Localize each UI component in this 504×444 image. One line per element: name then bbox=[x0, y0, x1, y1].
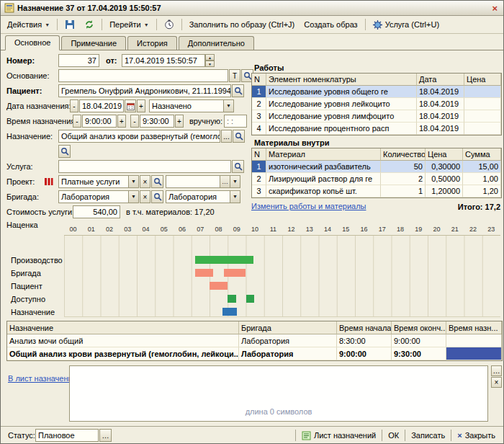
cell[interactable]: 2 bbox=[252, 173, 266, 185]
gantt-bar[interactable] bbox=[195, 269, 213, 277]
cell[interactable]: 18.04.2019 bbox=[417, 98, 464, 110]
gantt-bar[interactable] bbox=[222, 308, 237, 316]
project-clear-button[interactable]: × bbox=[140, 175, 150, 188]
column-header[interactable]: Цена bbox=[426, 148, 463, 161]
cell[interactable]: 1 bbox=[252, 161, 266, 173]
table-row[interactable]: 2Исследование уровня лейкоцито18.04.2019 bbox=[252, 98, 501, 110]
assignment-list-textarea[interactable]: длина 0 символов bbox=[69, 365, 488, 422]
cell[interactable]: Лаборатория bbox=[239, 334, 337, 347]
column-header[interactable]: Время начала bbox=[337, 321, 392, 334]
ok-button[interactable]: ОК bbox=[382, 428, 405, 443]
spin-down-icon[interactable]: ▼ bbox=[205, 61, 215, 67]
cell[interactable]: 1,00 bbox=[463, 173, 501, 185]
textarea-select-button[interactable]: … bbox=[491, 365, 502, 376]
cell[interactable]: 50 bbox=[381, 161, 426, 173]
time-to-minus-button[interactable]: - bbox=[130, 115, 139, 128]
actions-button[interactable]: Действия ▼ bbox=[3, 17, 54, 32]
lookup-button[interactable] bbox=[58, 145, 71, 158]
cell[interactable]: скарификатор копьё шт. bbox=[266, 185, 381, 197]
cell[interactable]: 3 bbox=[252, 110, 266, 123]
time-from-minus-button[interactable]: - bbox=[73, 115, 81, 128]
chevron-down-icon[interactable]: ▼ bbox=[223, 100, 233, 112]
table-row[interactable]: 2Лизирующий раствор для ге20,500001,00 bbox=[252, 173, 501, 185]
column-header[interactable]: Бригада bbox=[239, 321, 337, 334]
project-search-button[interactable] bbox=[151, 175, 163, 188]
goto-button[interactable]: Перейти ▼ bbox=[105, 17, 153, 32]
close-button[interactable]: × Закрыть bbox=[451, 428, 501, 443]
assignment-select-button[interactable]: ... bbox=[221, 130, 232, 143]
cell[interactable]: 15,00 bbox=[463, 161, 501, 173]
cell[interactable] bbox=[464, 86, 501, 98]
time-to-plus-button[interactable]: + bbox=[175, 115, 184, 128]
gantt-bar[interactable] bbox=[228, 295, 235, 303]
time-to-input[interactable]: 9:30:00 bbox=[140, 115, 174, 128]
gantt-bar[interactable] bbox=[246, 295, 254, 303]
table-row[interactable]: Анализ мочи общийЛаборатория8:30:009:00:… bbox=[7, 334, 502, 347]
manual-time-input[interactable]: : : bbox=[224, 115, 247, 128]
date-plus-button[interactable]: + bbox=[137, 99, 145, 112]
assignment-search-button[interactable] bbox=[233, 130, 245, 143]
cell[interactable]: 1,20 bbox=[463, 185, 501, 197]
cell[interactable]: 1 bbox=[381, 185, 426, 197]
column-header[interactable]: N bbox=[252, 148, 266, 161]
textarea-clear-button[interactable]: × bbox=[491, 377, 502, 388]
cell[interactable]: 9:00:00 bbox=[337, 347, 392, 360]
datetime-input[interactable]: 17.04.2019 15:50:57 bbox=[122, 54, 205, 67]
cell[interactable]: 18.04.2019 bbox=[417, 123, 464, 135]
titlebar[interactable]: Назначение 37 от 17.04.2019 15:50:57 × bbox=[1, 1, 503, 16]
brigade-clear-button[interactable]: × bbox=[140, 190, 150, 203]
refresh-icon[interactable] bbox=[80, 17, 99, 32]
tab-main[interactable]: Основное bbox=[5, 35, 60, 50]
basis-input[interactable] bbox=[58, 69, 228, 82]
edit-works-link[interactable]: Изменить работы и материалы bbox=[251, 202, 366, 210]
patient-search-button[interactable] bbox=[232, 84, 244, 97]
cell[interactable]: Общий анализ крови развернутый (гемоглоб… bbox=[7, 347, 239, 360]
assignment-input[interactable]: Общий анализ крови развернутый (гемоглоб… bbox=[58, 130, 220, 143]
date-input[interactable]: 18.04.2019 bbox=[79, 99, 124, 112]
table-row[interactable]: 3скарификатор копьё шт.11,200001,20 bbox=[252, 185, 501, 197]
service-search-button[interactable] bbox=[232, 160, 244, 173]
project-combo[interactable]: Платные услуги ▼ bbox=[58, 175, 139, 188]
status-value-combo[interactable]: Плановое bbox=[35, 429, 99, 442]
datetime-spinner[interactable]: ▲ ▼ bbox=[205, 54, 215, 67]
column-header[interactable]: Элемент номенклатуры bbox=[266, 74, 417, 86]
column-header[interactable]: Время оконч... bbox=[392, 321, 446, 334]
brigade-search-button[interactable] bbox=[151, 190, 163, 203]
time-from-plus-button[interactable]: + bbox=[117, 115, 126, 128]
cell[interactable]: 1,20000 bbox=[426, 185, 463, 197]
create-image-button[interactable]: Создать образ bbox=[300, 17, 361, 32]
gantt-bar[interactable] bbox=[210, 282, 228, 290]
cell[interactable] bbox=[464, 123, 501, 135]
cell[interactable]: 1 bbox=[252, 86, 266, 98]
brigade-extra-combo[interactable]: Лаборатория ▼ bbox=[166, 190, 240, 203]
time-from-input[interactable]: 9:00:00 bbox=[82, 115, 117, 128]
tab-note[interactable]: Примечание bbox=[61, 36, 126, 50]
table-row[interactable]: Общий анализ крови развернутый (гемоглоб… bbox=[7, 347, 502, 360]
table-row[interactable]: 4Исследование процентного расп18.04.2019 bbox=[252, 123, 501, 135]
cell[interactable]: изотонический разбавитель bbox=[266, 161, 381, 173]
cost-input[interactable]: 540,00 bbox=[73, 205, 120, 218]
cell[interactable] bbox=[464, 98, 501, 110]
column-header[interactable]: N bbox=[252, 74, 266, 86]
spin-up-icon[interactable]: ▲ bbox=[205, 54, 215, 61]
table-row[interactable]: 3Исследование уровня лимфоцито18.04.2019 bbox=[252, 110, 501, 123]
table-row[interactable]: 1Исследование уровня общего ге18.04.2019 bbox=[252, 86, 501, 98]
project-extra-combo[interactable]: … ▼ bbox=[166, 175, 240, 188]
patient-input[interactable]: Гремпель Онуфрий Андроникович, 21.11.199… bbox=[58, 84, 231, 97]
cell[interactable]: 2 bbox=[381, 173, 426, 185]
cell[interactable]: 4 bbox=[252, 123, 266, 135]
tab-history[interactable]: История bbox=[127, 36, 177, 50]
cell[interactable]: 9:30:00 bbox=[392, 347, 446, 360]
chevron-down-icon[interactable]: ▼ bbox=[128, 176, 138, 187]
gantt-bar[interactable] bbox=[195, 256, 253, 264]
cell[interactable] bbox=[446, 334, 502, 347]
save-icon[interactable] bbox=[60, 17, 79, 32]
cell[interactable]: 0,30000 bbox=[426, 161, 463, 173]
gantt-bar[interactable] bbox=[224, 269, 246, 277]
cell[interactable]: 0,50000 bbox=[426, 173, 463, 185]
cell[interactable]: Лаборатория bbox=[239, 347, 337, 360]
cell[interactable]: 3 bbox=[252, 185, 266, 197]
close-icon[interactable]: × bbox=[490, 3, 500, 14]
cell[interactable]: Исследование уровня общего ге bbox=[266, 86, 417, 98]
calendar-button[interactable] bbox=[125, 99, 136, 112]
